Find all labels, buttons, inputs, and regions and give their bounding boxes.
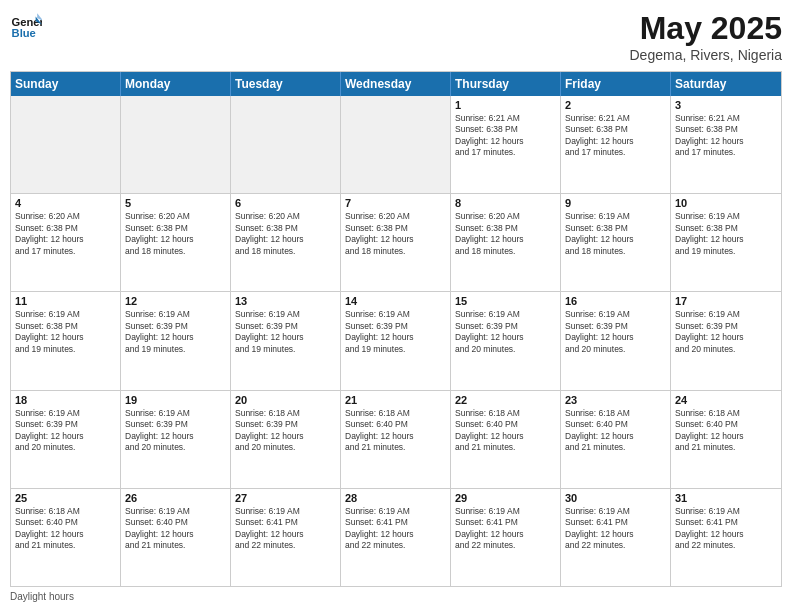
calendar-week: 11Sunrise: 6:19 AM Sunset: 6:38 PM Dayli… (11, 292, 781, 390)
calendar-cell (11, 96, 121, 193)
calendar-header: SundayMondayTuesdayWednesdayThursdayFrid… (11, 72, 781, 96)
day-info: Sunrise: 6:21 AM Sunset: 6:38 PM Dayligh… (675, 113, 777, 159)
day-number: 17 (675, 295, 777, 307)
calendar-cell: 19Sunrise: 6:19 AM Sunset: 6:39 PM Dayli… (121, 391, 231, 488)
calendar-cell: 2Sunrise: 6:21 AM Sunset: 6:38 PM Daylig… (561, 96, 671, 193)
day-info: Sunrise: 6:19 AM Sunset: 6:40 PM Dayligh… (125, 506, 226, 552)
title-block: May 2025 Degema, Rivers, Nigeria (630, 10, 783, 63)
calendar-cell: 25Sunrise: 6:18 AM Sunset: 6:40 PM Dayli… (11, 489, 121, 586)
calendar-cell: 3Sunrise: 6:21 AM Sunset: 6:38 PM Daylig… (671, 96, 781, 193)
header: General Blue May 2025 Degema, Rivers, Ni… (10, 10, 782, 63)
main-title: May 2025 (630, 10, 783, 47)
day-number: 9 (565, 197, 666, 209)
day-number: 14 (345, 295, 446, 307)
day-info: Sunrise: 6:18 AM Sunset: 6:40 PM Dayligh… (565, 408, 666, 454)
day-number: 19 (125, 394, 226, 406)
day-info: Sunrise: 6:20 AM Sunset: 6:38 PM Dayligh… (125, 211, 226, 257)
calendar-cell: 31Sunrise: 6:19 AM Sunset: 6:41 PM Dayli… (671, 489, 781, 586)
calendar-cell: 12Sunrise: 6:19 AM Sunset: 6:39 PM Dayli… (121, 292, 231, 389)
day-info: Sunrise: 6:18 AM Sunset: 6:39 PM Dayligh… (235, 408, 336, 454)
day-info: Sunrise: 6:19 AM Sunset: 6:39 PM Dayligh… (565, 309, 666, 355)
day-number: 12 (125, 295, 226, 307)
calendar-day-header: Thursday (451, 72, 561, 96)
day-number: 18 (15, 394, 116, 406)
calendar-day-header: Tuesday (231, 72, 341, 96)
day-info: Sunrise: 6:19 AM Sunset: 6:39 PM Dayligh… (125, 408, 226, 454)
day-info: Sunrise: 6:18 AM Sunset: 6:40 PM Dayligh… (455, 408, 556, 454)
day-info: Sunrise: 6:21 AM Sunset: 6:38 PM Dayligh… (565, 113, 666, 159)
day-number: 20 (235, 394, 336, 406)
day-number: 15 (455, 295, 556, 307)
calendar-cell: 24Sunrise: 6:18 AM Sunset: 6:40 PM Dayli… (671, 391, 781, 488)
calendar-cell: 14Sunrise: 6:19 AM Sunset: 6:39 PM Dayli… (341, 292, 451, 389)
day-info: Sunrise: 6:19 AM Sunset: 6:38 PM Dayligh… (565, 211, 666, 257)
day-number: 16 (565, 295, 666, 307)
calendar-cell (341, 96, 451, 193)
day-info: Sunrise: 6:20 AM Sunset: 6:38 PM Dayligh… (15, 211, 116, 257)
calendar-cell (121, 96, 231, 193)
calendar-day-header: Saturday (671, 72, 781, 96)
calendar-day-header: Friday (561, 72, 671, 96)
calendar-day-header: Sunday (11, 72, 121, 96)
day-info: Sunrise: 6:19 AM Sunset: 6:39 PM Dayligh… (675, 309, 777, 355)
day-number: 10 (675, 197, 777, 209)
calendar-day-header: Wednesday (341, 72, 451, 96)
page: General Blue May 2025 Degema, Rivers, Ni… (0, 0, 792, 612)
calendar-cell: 13Sunrise: 6:19 AM Sunset: 6:39 PM Dayli… (231, 292, 341, 389)
day-info: Sunrise: 6:19 AM Sunset: 6:39 PM Dayligh… (125, 309, 226, 355)
calendar-cell (231, 96, 341, 193)
calendar-cell: 20Sunrise: 6:18 AM Sunset: 6:39 PM Dayli… (231, 391, 341, 488)
day-number: 2 (565, 99, 666, 111)
footer-note: Daylight hours (10, 591, 782, 602)
day-number: 31 (675, 492, 777, 504)
calendar-cell: 5Sunrise: 6:20 AM Sunset: 6:38 PM Daylig… (121, 194, 231, 291)
day-number: 29 (455, 492, 556, 504)
day-number: 26 (125, 492, 226, 504)
day-number: 11 (15, 295, 116, 307)
calendar-day-header: Monday (121, 72, 231, 96)
day-info: Sunrise: 6:19 AM Sunset: 6:41 PM Dayligh… (675, 506, 777, 552)
calendar-cell: 7Sunrise: 6:20 AM Sunset: 6:38 PM Daylig… (341, 194, 451, 291)
calendar-cell: 18Sunrise: 6:19 AM Sunset: 6:39 PM Dayli… (11, 391, 121, 488)
calendar-cell: 8Sunrise: 6:20 AM Sunset: 6:38 PM Daylig… (451, 194, 561, 291)
day-number: 28 (345, 492, 446, 504)
calendar-cell: 16Sunrise: 6:19 AM Sunset: 6:39 PM Dayli… (561, 292, 671, 389)
subtitle: Degema, Rivers, Nigeria (630, 47, 783, 63)
calendar: SundayMondayTuesdayWednesdayThursdayFrid… (10, 71, 782, 587)
day-number: 24 (675, 394, 777, 406)
calendar-week: 18Sunrise: 6:19 AM Sunset: 6:39 PM Dayli… (11, 391, 781, 489)
day-info: Sunrise: 6:18 AM Sunset: 6:40 PM Dayligh… (675, 408, 777, 454)
day-info: Sunrise: 6:19 AM Sunset: 6:38 PM Dayligh… (15, 309, 116, 355)
day-info: Sunrise: 6:19 AM Sunset: 6:39 PM Dayligh… (455, 309, 556, 355)
calendar-week: 25Sunrise: 6:18 AM Sunset: 6:40 PM Dayli… (11, 489, 781, 586)
calendar-cell: 4Sunrise: 6:20 AM Sunset: 6:38 PM Daylig… (11, 194, 121, 291)
day-info: Sunrise: 6:19 AM Sunset: 6:41 PM Dayligh… (565, 506, 666, 552)
day-info: Sunrise: 6:19 AM Sunset: 6:41 PM Dayligh… (235, 506, 336, 552)
day-number: 27 (235, 492, 336, 504)
calendar-cell: 15Sunrise: 6:19 AM Sunset: 6:39 PM Dayli… (451, 292, 561, 389)
day-number: 7 (345, 197, 446, 209)
day-number: 23 (565, 394, 666, 406)
day-info: Sunrise: 6:19 AM Sunset: 6:38 PM Dayligh… (675, 211, 777, 257)
calendar-cell: 28Sunrise: 6:19 AM Sunset: 6:41 PM Dayli… (341, 489, 451, 586)
day-number: 30 (565, 492, 666, 504)
day-info: Sunrise: 6:19 AM Sunset: 6:39 PM Dayligh… (15, 408, 116, 454)
calendar-week: 4Sunrise: 6:20 AM Sunset: 6:38 PM Daylig… (11, 194, 781, 292)
logo-icon: General Blue (10, 10, 42, 42)
logo: General Blue (10, 10, 42, 42)
day-number: 22 (455, 394, 556, 406)
day-info: Sunrise: 6:20 AM Sunset: 6:38 PM Dayligh… (345, 211, 446, 257)
calendar-cell: 29Sunrise: 6:19 AM Sunset: 6:41 PM Dayli… (451, 489, 561, 586)
day-info: Sunrise: 6:19 AM Sunset: 6:39 PM Dayligh… (235, 309, 336, 355)
calendar-cell: 1Sunrise: 6:21 AM Sunset: 6:38 PM Daylig… (451, 96, 561, 193)
calendar-cell: 30Sunrise: 6:19 AM Sunset: 6:41 PM Dayli… (561, 489, 671, 586)
day-info: Sunrise: 6:19 AM Sunset: 6:41 PM Dayligh… (455, 506, 556, 552)
calendar-cell: 17Sunrise: 6:19 AM Sunset: 6:39 PM Dayli… (671, 292, 781, 389)
day-number: 21 (345, 394, 446, 406)
calendar-cell: 22Sunrise: 6:18 AM Sunset: 6:40 PM Dayli… (451, 391, 561, 488)
day-number: 3 (675, 99, 777, 111)
day-number: 25 (15, 492, 116, 504)
calendar-cell: 26Sunrise: 6:19 AM Sunset: 6:40 PM Dayli… (121, 489, 231, 586)
calendar-cell: 10Sunrise: 6:19 AM Sunset: 6:38 PM Dayli… (671, 194, 781, 291)
calendar-cell: 9Sunrise: 6:19 AM Sunset: 6:38 PM Daylig… (561, 194, 671, 291)
